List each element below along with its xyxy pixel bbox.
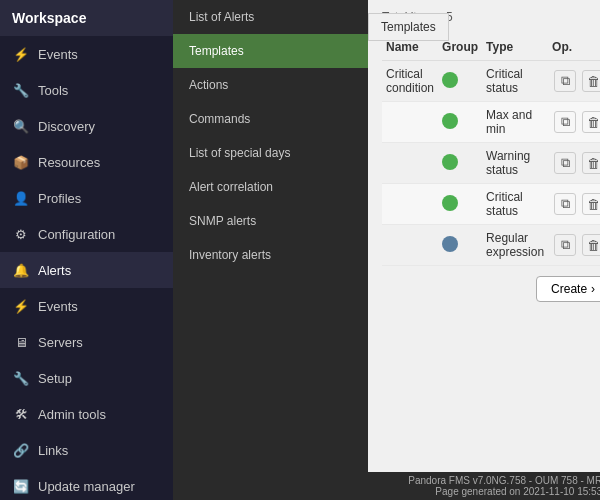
- submenu-item-alert-correlation[interactable]: Alert correlation: [173, 170, 368, 204]
- row-group: [438, 184, 482, 225]
- create-button[interactable]: Create ›: [536, 276, 600, 302]
- sidebar: Workspace ⚡ Events 🔧 Tools 🔍 Discovery 📦…: [0, 0, 173, 500]
- group-icon-green: [442, 113, 458, 129]
- servers-icon: 🖥: [12, 333, 30, 351]
- sidebar-item-label: Update manager: [38, 479, 135, 494]
- sidebar-item-resources[interactable]: 📦 Resources: [0, 144, 173, 180]
- copy-button[interactable]: ⧉: [554, 193, 576, 215]
- row-type: Critical status: [482, 184, 548, 225]
- configuration-icon: ⚙: [12, 225, 30, 243]
- sidebar-item-label: Admin tools: [38, 407, 106, 422]
- sidebar-item-label: Links: [38, 443, 68, 458]
- row-type: Warning status: [482, 143, 548, 184]
- delete-button[interactable]: 🗑: [582, 234, 600, 256]
- copy-button[interactable]: ⧉: [554, 111, 576, 133]
- main-content: List of Alerts Templates Actions Command…: [173, 0, 600, 500]
- table-row: Regular expression ⧉ 🗑: [382, 225, 600, 266]
- sidebar-item-label: Alerts: [38, 263, 71, 278]
- submenu-item-list-of-alerts[interactable]: List of Alerts: [173, 0, 368, 34]
- sidebar-item-setup[interactable]: 🔧 Setup: [0, 360, 173, 396]
- create-button-area: Create ›: [382, 276, 600, 302]
- copy-button[interactable]: ⧉: [554, 234, 576, 256]
- sidebar-item-admin-tools[interactable]: 🛠 Admin tools: [0, 396, 173, 432]
- sidebar-item-label: Discovery: [38, 119, 95, 134]
- delete-button[interactable]: 🗑: [582, 111, 600, 133]
- submenu-item-templates[interactable]: Templates: [173, 34, 368, 68]
- copy-button[interactable]: ⧉: [554, 70, 576, 92]
- sidebar-item-links[interactable]: 🔗 Links: [0, 432, 173, 468]
- row-op: ⧉ 🗑: [548, 61, 600, 102]
- table-row: Critical status ⧉ 🗑: [382, 184, 600, 225]
- row-op: ⧉ 🗑: [548, 184, 600, 225]
- alerts-table: Name Group Type Op. Critical condition C…: [382, 34, 600, 266]
- delete-button[interactable]: 🗑: [582, 70, 600, 92]
- setup-icon: 🔧: [12, 369, 30, 387]
- footer-page-generated: Page generated on 2021-11-10 15:53:12: [354, 486, 600, 497]
- submenu-item-commands[interactable]: Commands: [173, 102, 368, 136]
- sidebar-item-events-top[interactable]: ⚡ Events: [0, 36, 173, 72]
- group-icon-green: [442, 72, 458, 88]
- sidebar-item-label: Resources: [38, 155, 100, 170]
- sidebar-item-profiles[interactable]: 👤 Profiles: [0, 180, 173, 216]
- submenu-item-snmp-alerts[interactable]: SNMP alerts: [173, 204, 368, 238]
- row-op: ⧉ 🗑: [548, 225, 600, 266]
- submenu-item-list-of-special-days[interactable]: List of special days: [173, 136, 368, 170]
- row-op: ⧉ 🗑: [548, 143, 600, 184]
- resources-icon: 📦: [12, 153, 30, 171]
- row-name: [382, 184, 438, 225]
- group-icon-green: [442, 154, 458, 170]
- tools-icon: 🔧: [12, 81, 30, 99]
- submenu-item-inventory-alerts[interactable]: Inventory alerts: [173, 238, 368, 272]
- row-group: [438, 225, 482, 266]
- events-icon: ⚡: [12, 297, 30, 315]
- sidebar-item-label: Profiles: [38, 191, 81, 206]
- row-type: Critical status: [482, 61, 548, 102]
- copy-button[interactable]: ⧉: [554, 152, 576, 174]
- sidebar-item-label: Tools: [38, 83, 68, 98]
- workspace-label: Workspace: [12, 10, 86, 26]
- events-top-icon: ⚡: [12, 45, 30, 63]
- sidebar-item-label: Servers: [38, 335, 83, 350]
- sidebar-item-discovery[interactable]: 🔍 Discovery: [0, 108, 173, 144]
- footer: Pandora FMS v7.0NG.758 - OUM 758 - MR.50…: [346, 472, 600, 500]
- delete-button[interactable]: 🗑: [582, 193, 600, 215]
- submenu-panel: List of Alerts Templates Actions Command…: [173, 0, 368, 500]
- row-name: [382, 102, 438, 143]
- sidebar-item-events[interactable]: ⚡ Events: [0, 288, 173, 324]
- sidebar-item-configuration[interactable]: ⚙ Configuration: [0, 216, 173, 252]
- footer-version: Pandora FMS v7.0NG.758 - OUM 758 - MR.50: [354, 475, 600, 486]
- group-icon-green: [442, 195, 458, 211]
- submenu-item-actions[interactable]: Actions: [173, 68, 368, 102]
- row-group: [438, 61, 482, 102]
- sidebar-item-label: Events: [38, 47, 78, 62]
- admin-tools-icon: 🛠: [12, 405, 30, 423]
- sidebar-item-label: Setup: [38, 371, 72, 386]
- row-group: [438, 102, 482, 143]
- chevron-right-icon: ›: [591, 282, 595, 296]
- table-row: Warning status ⧉ 🗑: [382, 143, 600, 184]
- update-manager-icon: 🔄: [12, 477, 30, 495]
- profiles-icon: 👤: [12, 189, 30, 207]
- sidebar-item-tools[interactable]: 🔧 Tools: [0, 72, 173, 108]
- row-type: Regular expression: [482, 225, 548, 266]
- row-name: Critical condition: [382, 61, 438, 102]
- row-type: Max and min: [482, 102, 548, 143]
- row-name: [382, 225, 438, 266]
- links-icon: 🔗: [12, 441, 30, 459]
- group-icon-db: [442, 236, 458, 252]
- col-op: Op.: [548, 34, 600, 61]
- content-area: Total items: 5 Name Group Type Op. Criti…: [368, 0, 600, 500]
- discovery-icon: 🔍: [12, 117, 30, 135]
- sidebar-item-update-manager[interactable]: 🔄 Update manager: [0, 468, 173, 500]
- row-group: [438, 143, 482, 184]
- table-row: Critical condition Critical status ⧉ 🗑: [382, 61, 600, 102]
- sidebar-item-label: Events: [38, 299, 78, 314]
- row-name: [382, 143, 438, 184]
- sidebar-item-label: Configuration: [38, 227, 115, 242]
- sidebar-workspace[interactable]: Workspace: [0, 0, 173, 36]
- delete-button[interactable]: 🗑: [582, 152, 600, 174]
- row-op: ⧉ 🗑: [548, 102, 600, 143]
- alerts-bell-icon: 🔔: [12, 261, 30, 279]
- sidebar-item-alerts[interactable]: 🔔 Alerts: [0, 252, 173, 288]
- sidebar-item-servers[interactable]: 🖥 Servers: [0, 324, 173, 360]
